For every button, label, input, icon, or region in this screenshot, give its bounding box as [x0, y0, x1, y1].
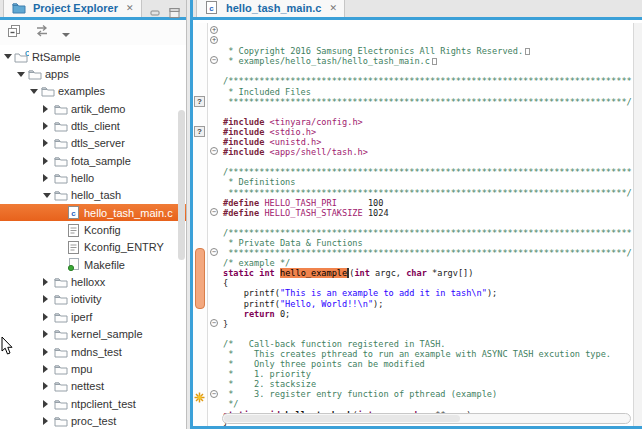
- question-marker-icon[interactable]: ?: [194, 96, 205, 107]
- tree-item-kernel-sample[interactable]: kernel_sample: [0, 326, 186, 343]
- code-token: #include: [223, 127, 264, 137]
- chevron-down-icon[interactable]: [62, 24, 71, 42]
- tree-item-fota-sample[interactable]: fota_sample: [0, 152, 186, 169]
- collapsed-arrow-icon[interactable]: [43, 313, 53, 321]
- tree-item-nettest[interactable]: nettest: [0, 378, 186, 395]
- tree-item-apps[interactable]: apps: [0, 65, 186, 82]
- tree-item-artik-demo[interactable]: artik_demo: [0, 100, 186, 117]
- expanded-arrow-icon[interactable]: [17, 72, 27, 77]
- collapsed-arrow-icon[interactable]: [43, 348, 53, 356]
- collapsed-arrow-icon[interactable]: [43, 417, 53, 425]
- folder-icon: [53, 328, 68, 340]
- tree-item-kconfig-entry[interactable]: Kconfig_ENTRY: [0, 239, 186, 256]
- tree-item-label: helloxx: [71, 276, 105, 288]
- fold-expand-icon[interactable]: +: [210, 36, 218, 44]
- question-marker-icon[interactable]: ?: [194, 126, 205, 137]
- collapsed-arrow-icon[interactable]: [43, 105, 53, 113]
- code-token: /***************************************…: [223, 167, 632, 177]
- collapsed-arrow-icon[interactable]: [43, 365, 53, 373]
- horizontal-scrollbar[interactable]: [222, 413, 631, 424]
- occurrence-range-marker: [195, 248, 205, 309]
- tab-label: Project Explorer: [33, 2, 118, 14]
- tree-item-mdns-test[interactable]: mdns_test: [0, 343, 186, 360]
- code-line: static int hello_example(int argc, char …: [223, 268, 633, 278]
- folder-icon: [53, 346, 68, 358]
- tree-item-makefile[interactable]: Makefile: [0, 256, 186, 273]
- code-line: #include <apps/shell/tash.h>: [223, 147, 633, 157]
- tree-item-ntpclient-test[interactable]: ntpclient_test: [0, 395, 186, 412]
- collapsed-arrow-icon[interactable]: [43, 330, 53, 338]
- fold-collapse-icon[interactable]: −: [210, 390, 218, 398]
- collapsed-arrow-icon[interactable]: [43, 122, 53, 130]
- fold-collapse-icon[interactable]: −: [210, 248, 218, 256]
- code-line: * Private Data & Functions: [223, 238, 633, 248]
- code-token: /* example */: [223, 258, 290, 268]
- collapsed-arrow-icon[interactable]: [43, 295, 53, 303]
- collapsed-arrow-icon[interactable]: [43, 157, 53, 165]
- tree-item-label: Makefile: [84, 259, 125, 271]
- tab-project-explorer[interactable]: Project Explorer ✕: [3, 0, 142, 17]
- folder-icon: [53, 276, 68, 288]
- code-editor[interactable]: * Copyright 2016 Samsung Electronics All…: [220, 23, 633, 426]
- code-token: * 2. stacksize: [223, 379, 316, 389]
- code-line: /***************************************…: [223, 228, 633, 238]
- fold-expand-icon[interactable]: +: [210, 26, 218, 34]
- folder-icon: [27, 68, 42, 80]
- tree-item-label: hello: [71, 172, 94, 184]
- tree-item-rtsample[interactable]: CRtSample: [0, 48, 186, 65]
- tree-item-dtls-client[interactable]: dtls_client: [0, 117, 186, 134]
- code-token: #include: [223, 147, 264, 157]
- code-token: HELLO_TASH_PRI: [264, 198, 336, 208]
- tab-hello-tash-main[interactable]: c hello_tash_main.c ✕: [196, 0, 345, 17]
- tree-item-mpu[interactable]: mpu: [0, 360, 186, 377]
- fold-collapse-icon[interactable]: −: [210, 56, 218, 64]
- link-editor-icon[interactable]: [33, 24, 51, 42]
- expanded-arrow-icon[interactable]: [43, 193, 53, 198]
- collapsed-arrow-icon[interactable]: [43, 400, 53, 408]
- tree-item-helloxx[interactable]: helloxx: [0, 273, 186, 290]
- expanded-arrow-icon[interactable]: [4, 54, 14, 59]
- tree-item-kconfig[interactable]: Kconfig: [0, 221, 186, 238]
- code-token: #define: [223, 208, 259, 218]
- tree-item-hello[interactable]: hello: [0, 169, 186, 186]
- tree-item-proc-test[interactable]: proc_test: [0, 412, 186, 429]
- folder-icon: [40, 85, 55, 97]
- code-token: 0;: [275, 309, 291, 319]
- close-icon[interactable]: ✕: [329, 3, 337, 13]
- tree-item-label: apps: [45, 68, 69, 80]
- tree-item-iperf[interactable]: iperf: [0, 308, 186, 325]
- tree-scrollbar[interactable]: [178, 110, 185, 260]
- collapse-all-icon[interactable]: [7, 24, 22, 42]
- minimize-icon[interactable]: [150, 4, 161, 22]
- collapsed-arrow-icon[interactable]: [43, 174, 53, 182]
- project-explorer-tabstrip: Project Explorer ✕: [0, 0, 186, 20]
- tree-item-hello-tash-main-c[interactable]: chello_tash_main.c: [0, 204, 186, 221]
- code-token: ****************************************…: [223, 248, 632, 258]
- close-icon[interactable]: ✕: [126, 3, 134, 13]
- editor-tabstrip: c hello_tash_main.c ✕: [193, 0, 642, 20]
- maximize-icon[interactable]: [169, 4, 180, 22]
- folder-icon: [53, 189, 68, 201]
- star-marker-icon[interactable]: [194, 389, 205, 400]
- collapsed-arrow-icon[interactable]: [43, 278, 53, 286]
- editor-group: c hello_tash_main.c ✕ ?? ++−−−−−− * Copy…: [190, 0, 642, 429]
- overview-ruler[interactable]: [633, 23, 642, 426]
- code-line: * examples/hello_tash/hello_tash_main.c: [223, 56, 633, 66]
- project-explorer-panel: Project Explorer ✕ CRtSampleappsexamples…: [0, 0, 187, 429]
- tree-item-label: proc_test: [71, 415, 116, 427]
- fold-collapse-icon[interactable]: −: [210, 208, 218, 216]
- tree-item-iotivity[interactable]: iotivity: [0, 291, 186, 308]
- fold-collapse-icon[interactable]: −: [210, 147, 218, 155]
- collapsed-arrow-icon[interactable]: [43, 139, 53, 147]
- tree-item-hello-tash[interactable]: hello_tash: [0, 187, 186, 204]
- fold-collapse-icon[interactable]: −: [210, 319, 218, 327]
- expanded-arrow-icon[interactable]: [30, 89, 40, 94]
- tree-item-dtls-server[interactable]: dtls_server: [0, 135, 186, 152]
- tree-item-examples[interactable]: examples: [0, 83, 186, 100]
- code-line: [223, 107, 633, 117]
- collapsed-region-box: [525, 48, 530, 55]
- collapsed-arrow-icon[interactable]: [43, 382, 53, 390]
- code-line: #define HELLO_TASH_STAKSIZE 1024: [223, 208, 633, 218]
- horizontal-scrollbar-thumb[interactable]: [224, 415, 460, 422]
- code-token: }: [223, 319, 228, 329]
